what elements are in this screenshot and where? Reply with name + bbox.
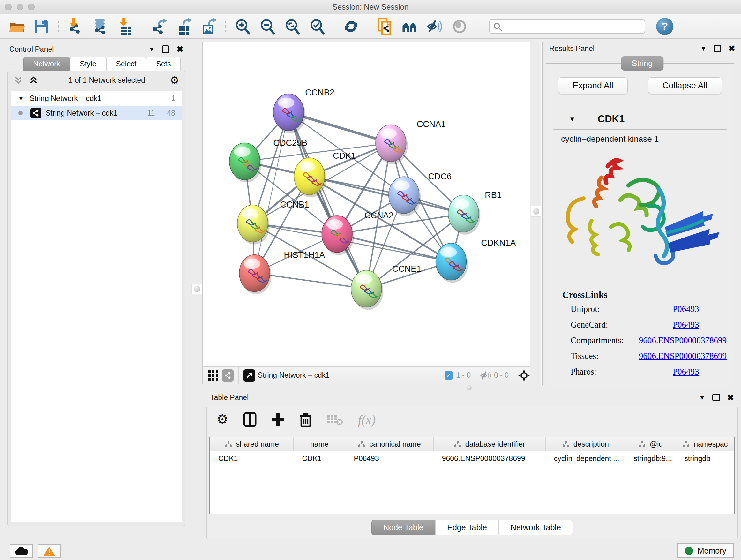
table-cell[interactable]: 9606.ENSP00000378699 xyxy=(434,451,546,465)
panel-splitter[interactable] xyxy=(541,42,542,385)
import-network-button[interactable] xyxy=(67,18,84,35)
table-options-gear-icon[interactable]: ⚙ xyxy=(216,413,228,426)
results-panel-close-icon[interactable]: ✖ xyxy=(728,44,735,54)
table-cell[interactable]: stringdb xyxy=(676,451,734,465)
table-cell[interactable]: cyclin–dependent ... xyxy=(546,451,625,465)
control-panel-close-icon[interactable]: ✖ xyxy=(177,44,184,54)
search-input[interactable] xyxy=(489,19,645,34)
table-panel-close-icon[interactable]: ✖ xyxy=(727,393,734,402)
network-share-toggle[interactable] xyxy=(222,369,234,381)
zoom-in-button[interactable] xyxy=(234,18,251,35)
node-HIST1H1A[interactable]: HIST1H1A xyxy=(239,250,325,294)
column-header-description[interactable]: description xyxy=(546,437,625,451)
column-header-namespac[interactable]: namespac xyxy=(676,437,734,451)
table-cell[interactable]: stringdb:9... xyxy=(625,451,676,465)
warnings-button[interactable] xyxy=(38,544,61,558)
column-header-database-identifier[interactable]: database identifier xyxy=(434,437,546,451)
right-splitter-grip[interactable] xyxy=(531,206,542,217)
node-CCNA1[interactable]: CCNA1 xyxy=(376,119,446,164)
birdseye-button[interactable] xyxy=(401,18,418,35)
results-panel-title: Results Panel xyxy=(549,44,595,53)
export-network-button[interactable] xyxy=(151,18,167,35)
refresh-button[interactable] xyxy=(343,18,359,35)
crosslink-link[interactable]: P06493 xyxy=(673,320,699,330)
export-image-button[interactable] xyxy=(200,18,217,35)
show-graphics-details-button[interactable] xyxy=(451,18,468,35)
tab-network[interactable]: Network xyxy=(23,57,70,71)
column-header-name[interactable]: name xyxy=(293,437,345,451)
node-CDC6[interactable]: CDC6 xyxy=(389,172,452,216)
collapse-all-button[interactable]: Collapse All xyxy=(648,77,722,94)
collapse-all-icon[interactable] xyxy=(13,75,23,85)
collection-expand-caret-icon[interactable]: ▼ xyxy=(18,95,24,102)
open-session-button[interactable] xyxy=(8,18,25,35)
crosslink-link[interactable]: P06493 xyxy=(673,367,699,377)
zoom-fit-button[interactable] xyxy=(284,18,300,35)
column-header--id[interactable]: @id xyxy=(625,437,676,451)
hide-graphics-details-button[interactable] xyxy=(426,18,443,35)
tab-string[interactable]: String xyxy=(621,56,664,71)
memory-button[interactable]: Memory xyxy=(677,543,734,558)
tab-sets[interactable]: Sets xyxy=(146,57,181,71)
tab-network-table[interactable]: Network Table xyxy=(499,520,573,536)
node-RB1[interactable]: RB1 xyxy=(448,190,501,235)
table-cell[interactable]: CDK1 xyxy=(210,451,293,465)
table-cell[interactable]: P06493 xyxy=(345,451,433,465)
zoom-selected-icon xyxy=(309,18,326,35)
node-CCNB2[interactable]: CCNB2 xyxy=(273,88,334,133)
birdseye-toggle-button[interactable] xyxy=(518,369,530,381)
left-splitter-grip[interactable] xyxy=(192,284,202,294)
edge-CCNB2-HIST1H1A[interactable] xyxy=(255,112,289,273)
node-CCNE1[interactable]: CCNE1 xyxy=(351,264,421,310)
import-network-from-database-button[interactable] xyxy=(92,18,109,35)
delete-column-icon[interactable] xyxy=(299,412,312,427)
grid-view-button[interactable] xyxy=(207,369,219,381)
table-cell[interactable]: CDK1 xyxy=(293,451,345,465)
expand-all-icon[interactable] xyxy=(29,75,38,85)
detach-view-button[interactable] xyxy=(243,369,255,381)
export-table-button[interactable] xyxy=(176,18,192,35)
control-panel-minimize-icon[interactable]: ▼ xyxy=(148,46,155,53)
node-result-header[interactable]: ▼ CDK1 xyxy=(550,108,730,129)
tab-style[interactable]: Style xyxy=(70,57,106,71)
zoom-out-button[interactable] xyxy=(259,18,276,35)
crosslink-link[interactable]: P06493 xyxy=(673,304,699,314)
column-header-shared-name[interactable]: shared name xyxy=(210,437,293,451)
node-CDKN1A[interactable]: CDKN1A xyxy=(436,238,516,283)
selected-checkbox-icon[interactable]: ✓ xyxy=(445,371,453,380)
horizontal-splitter-grip[interactable] xyxy=(467,385,474,389)
show-columns-icon[interactable] xyxy=(243,412,257,427)
save-session-button[interactable] xyxy=(33,18,50,35)
column-header-canonical-name[interactable]: canonical name xyxy=(345,437,433,451)
tab-node-table[interactable]: Node Table xyxy=(372,520,435,536)
expand-all-button[interactable]: Expand All xyxy=(558,77,628,94)
control-panel-float-icon[interactable] xyxy=(162,45,170,53)
edge-CDK1-RB1[interactable] xyxy=(309,176,463,213)
network-row-selected[interactable]: String Network – cdk1 11 48 xyxy=(11,106,182,120)
network-graph[interactable]: CCNB2CCNA1CDC25BCDK1CDC6RB1CCNB1CCNA2CDK… xyxy=(203,42,530,366)
results-panel-float-icon[interactable] xyxy=(714,45,721,52)
duplicate-network-button[interactable] xyxy=(377,18,393,35)
network-collection-row[interactable]: ▼ String Network – cdk1 1 xyxy=(11,91,182,106)
entry-collapse-caret-icon[interactable]: ▼ xyxy=(569,116,576,123)
import-table-button[interactable] xyxy=(117,18,133,35)
table-tabs: Node TableEdge TableNetwork Table xyxy=(207,520,738,536)
results-panel-minimize-icon[interactable]: ▼ xyxy=(700,45,706,52)
tab-edge-table[interactable]: Edge Table xyxy=(435,520,499,536)
table-panel: Table Panel ▼ ✖ ⚙ xyxy=(203,390,741,539)
crosslink-link[interactable]: 9606.ENSP00000378699 xyxy=(639,351,727,361)
zoom-selected-button[interactable] xyxy=(309,18,326,35)
network-options-gear-icon[interactable]: ⚙ xyxy=(170,75,179,85)
network-canvas[interactable]: CCNB2CCNA1CDC25BCDK1CDC6RB1CCNB1CCNA2CDK… xyxy=(203,42,530,366)
table-panel-float-icon[interactable] xyxy=(712,394,720,401)
table-panel-minimize-icon[interactable]: ▼ xyxy=(699,394,705,401)
node-table-body: CDK1CDK1P064939606.ENSP00000378699cyclin… xyxy=(210,451,734,465)
add-column-icon[interactable] xyxy=(271,413,285,426)
tab-select[interactable]: Select xyxy=(106,57,146,71)
table-row[interactable]: CDK1CDK1P064939606.ENSP00000378699cyclin… xyxy=(210,451,734,465)
help-button[interactable]: ? xyxy=(656,18,673,35)
cloud-status-button[interactable] xyxy=(10,544,32,558)
crosslink-link[interactable]: 9606.ENSP00000378699 xyxy=(639,335,727,346)
entry-gene-name: CDK1 xyxy=(598,113,624,125)
column-type-icon xyxy=(358,441,365,448)
